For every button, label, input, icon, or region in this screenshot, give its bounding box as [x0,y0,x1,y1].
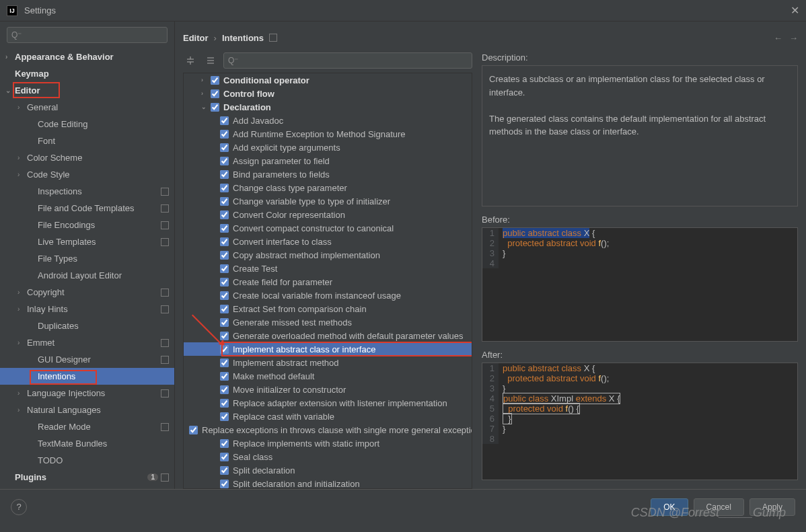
intention-item[interactable]: Copy abstract method implementation [184,248,472,262]
intention-item[interactable]: Replace exceptions in throws clause with… [184,423,472,436]
sidebar-item-copyright[interactable]: ›Copyright [0,284,174,301]
settings-tree[interactable]: ›Appearance & BehaviorKeymap⌄Editor›Gene… [0,48,174,489]
help-button[interactable]: ? [11,499,27,515]
ok-button[interactable]: OK [651,498,688,516]
sidebar-item-appearance-behavior[interactable]: ›Appearance & Behavior [0,48,174,65]
intention-item[interactable]: Change variable type to type of initiali… [184,194,472,208]
intention-checkbox[interactable] [220,143,229,152]
sidebar-item-language-injections[interactable]: ›Language Injections [0,385,174,402]
intention-group[interactable]: ›Conditional operator [184,73,472,87]
sidebar-item-file-and-code-templates[interactable]: File and Code Templates [0,200,174,217]
intention-checkbox[interactable] [220,116,229,125]
sidebar-item-todo[interactable]: TODO [0,452,174,469]
intentions-filter-input[interactable] [241,56,468,65]
scope-icon[interactable] [269,34,277,42]
sidebar-item-inlay-hints[interactable]: ›Inlay Hints [0,301,174,317]
sidebar-item-file-types[interactable]: File Types [0,250,174,267]
intention-checkbox[interactable] [220,291,229,300]
intention-checkbox[interactable] [220,466,229,475]
intention-item[interactable]: Generate missed test methods [184,315,472,329]
sidebar-item-duplicates[interactable]: Duplicates [0,317,174,334]
intention-checkbox[interactable] [220,399,229,408]
sidebar-item-live-templates[interactable]: Live Templates [0,233,174,250]
intention-item[interactable]: Add Runtime Exception to Method Signatur… [184,127,472,141]
intention-group[interactable]: ›Control flow [184,87,472,100]
group-checkbox[interactable] [211,103,219,112]
sidebar-item-emmet[interactable]: ›Emmet [0,334,174,351]
intention-item[interactable]: Make method default [184,369,472,383]
intention-item[interactable]: Generate overloaded method with default … [184,329,472,342]
cancel-button[interactable]: Cancel [694,498,744,516]
intention-checkbox[interactable] [220,345,229,354]
sidebar-item-keymap[interactable]: Keymap [0,65,174,82]
intentions-tree[interactable]: ›Conditional operator›Control flow⌄Decla… [183,73,472,489]
forward-icon[interactable]: → [789,33,798,43]
intention-checkbox[interactable] [220,412,229,421]
intention-item[interactable]: Replace adapter extension with listener … [184,396,472,410]
intention-checkbox[interactable] [220,332,229,340]
sidebar-item-font[interactable]: Font [0,132,174,149]
intention-item[interactable]: Create local variable from instanceof us… [184,289,472,302]
intention-checkbox[interactable] [220,305,229,313]
intention-checkbox[interactable] [220,211,229,219]
sidebar-item-inspections[interactable]: Inspections [0,183,174,200]
intention-item[interactable]: Move initializer to constructor [184,383,472,396]
intention-checkbox[interactable] [220,251,229,260]
expand-all-icon[interactable] [183,53,198,68]
intention-item[interactable]: Convert interface to class [184,235,472,248]
intention-checkbox[interactable] [189,426,198,434]
sidebar-item-intentions[interactable]: Intentions [0,368,174,385]
intention-item[interactable]: Create field for parameter [184,275,472,289]
intention-item[interactable]: Add Javadoc [184,114,472,127]
crumb-editor[interactable]: Editor [183,33,209,43]
crumb-intentions[interactable]: Intentions [222,33,264,43]
intention-item[interactable]: Bind parameters to fields [184,167,472,181]
intention-item[interactable]: Extract Set from comparison chain [184,302,472,315]
intention-item[interactable]: Replace cast with variable [184,410,472,423]
group-checkbox[interactable] [211,76,219,85]
intention-item[interactable]: Implement abstract class or interface [184,342,472,356]
sidebar-item-natural-languages[interactable]: ›Natural Languages [0,402,174,418]
sidebar-item-editor[interactable]: ⌄Editor [0,82,174,99]
intention-item[interactable]: Add explicit type arguments [184,141,472,154]
intention-item[interactable]: Implement abstract method [184,356,472,369]
sidebar-item-reader-mode[interactable]: Reader Mode [0,418,174,435]
intention-checkbox[interactable] [220,264,229,273]
intention-item[interactable]: Convert Color representation [184,208,472,221]
sidebar-search-input[interactable] [24,30,163,40]
sidebar-item-code-editing[interactable]: Code Editing [0,116,174,132]
intention-checkbox[interactable] [220,184,229,192]
intention-checkbox[interactable] [220,237,229,246]
close-icon[interactable]: ✕ [791,4,799,17]
intention-checkbox[interactable] [220,385,229,394]
sidebar-item-gui-designer[interactable]: GUI Designer [0,351,174,368]
intention-checkbox[interactable] [220,170,229,179]
sidebar-item-general[interactable]: ›General [0,99,174,116]
intention-checkbox[interactable] [220,130,229,139]
intention-checkbox[interactable] [220,358,229,367]
intentions-filter[interactable]: Q⁻ [223,52,472,69]
sidebar-item-android-layout-editor[interactable]: Android Layout Editor [0,267,174,284]
intention-item[interactable]: Split declaration and initialization [184,477,472,489]
intention-checkbox[interactable] [220,480,229,488]
intention-checkbox[interactable] [220,197,229,206]
sidebar-item-plugins[interactable]: Plugins1 [0,469,174,486]
collapse-all-icon[interactable] [203,53,218,68]
sidebar-search[interactable]: Q⁻ [7,27,168,43]
sidebar-item-color-scheme[interactable]: ›Color Scheme [0,149,174,166]
intention-checkbox[interactable] [220,278,229,287]
intention-item[interactable]: Replace implements with static import [184,436,472,450]
intention-checkbox[interactable] [220,224,229,233]
intention-checkbox[interactable] [220,372,229,381]
sidebar-item-file-encodings[interactable]: File Encodings [0,217,174,233]
intention-checkbox[interactable] [220,453,229,461]
sidebar-item-textmate-bundles[interactable]: TextMate Bundles [0,435,174,452]
intention-group[interactable]: ⌄Declaration [184,100,472,114]
intention-item[interactable]: Create Test [184,262,472,275]
intention-item[interactable]: Change class type parameter [184,181,472,194]
intention-item[interactable]: Assign parameter to field [184,154,472,167]
sidebar-item-version-control[interactable]: ›Version Control [0,486,174,489]
group-checkbox[interactable] [211,89,219,98]
intention-item[interactable]: Convert compact constructor to canonical [184,221,472,235]
intention-checkbox[interactable] [220,318,229,327]
